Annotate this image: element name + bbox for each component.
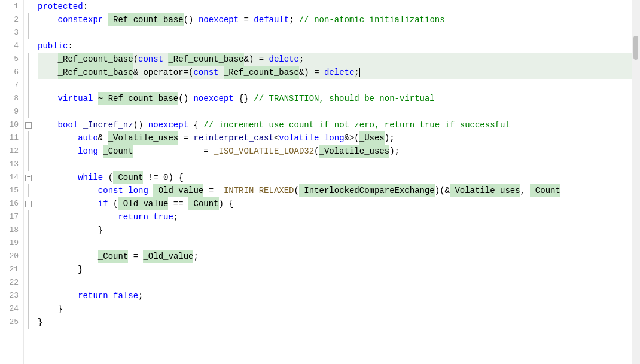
token-kw: long (128, 184, 148, 197)
line-number: 18 (9, 224, 19, 237)
code-line[interactable]: return true; (38, 210, 632, 224)
token-plain: {} (234, 92, 254, 105)
token-plain (38, 66, 58, 79)
code-line[interactable]: const long _Old_value = _INTRIN_RELAXED(… (38, 184, 632, 197)
indent-line (28, 237, 29, 250)
token-kw: noexcept (199, 13, 239, 26)
code-line[interactable]: bool _Incref_nz() noexcept { // incremen… (38, 118, 632, 131)
token-hl-ident: _Ref_count_base (58, 66, 133, 79)
indent-line (28, 53, 29, 66)
token-kw: delete (324, 66, 354, 79)
collapse-gutter-item[interactable]: − (24, 118, 33, 131)
token-plain: ( (133, 53, 138, 66)
code-line[interactable] (38, 237, 632, 250)
collapse-gutter-item (24, 289, 33, 302)
code-line[interactable]: _Ref_count_base(const _Ref_count_base&) … (38, 53, 632, 66)
token-kw: const (193, 66, 218, 79)
token-hl-ident: _Old_value (153, 184, 203, 197)
token-hl-ident: _Volatile_uses (319, 145, 390, 158)
token-plain (38, 184, 98, 197)
collapse-gutter-item (24, 224, 33, 237)
collapse-gutter-item (24, 210, 33, 224)
token-kw: if (98, 197, 108, 210)
token-kw: while (78, 171, 103, 184)
token-hl-ident: _Count (103, 145, 133, 158)
code-line[interactable] (38, 79, 632, 92)
code-line[interactable] (38, 276, 632, 289)
line-number: 25 (9, 316, 19, 329)
token-plain (38, 197, 98, 210)
token-fn: _Incref_nz (83, 118, 133, 131)
indent-line (28, 289, 29, 302)
code-line[interactable]: while (_Count != 0) { (38, 171, 632, 184)
code-line[interactable] (38, 26, 632, 39)
token-plain (108, 289, 113, 302)
code-line[interactable] (38, 158, 632, 171)
code-line[interactable]: return false; (38, 289, 632, 302)
scrollbar-thumb[interactable] (633, 36, 638, 60)
scrollbar[interactable] (632, 0, 640, 364)
token-plain (78, 118, 83, 131)
token-plain (148, 184, 153, 197)
code-line[interactable] (38, 105, 632, 118)
token-plain: () (184, 13, 199, 26)
code-line[interactable]: } (38, 302, 632, 316)
code-line[interactable]: constexpr _Ref_count_base() noexcept = d… (38, 13, 632, 26)
collapse-gutter-item (24, 276, 33, 289)
token-kw: const (138, 53, 163, 66)
indent-line (28, 26, 29, 39)
token-plain: ( (108, 197, 118, 210)
collapse-gutter-item[interactable]: − (24, 171, 33, 184)
code-line[interactable]: auto& _Volatile_uses = reinterpret_cast<… (38, 131, 632, 145)
token-plain: } (38, 316, 42, 329)
collapse-gutter-item[interactable]: − (24, 197, 33, 210)
collapse-gutter-item (24, 66, 33, 79)
line-number: 10 (9, 118, 19, 131)
line-number: 20 (9, 250, 19, 263)
token-macro: _INTRIN_RELAXED (219, 184, 294, 197)
token-plain: ); (389, 145, 400, 158)
collapse-button[interactable]: − (25, 122, 32, 129)
token-plain (38, 210, 118, 224)
token-plain: &) = (244, 53, 269, 66)
line-number: 4 (14, 39, 19, 53)
indent-line (28, 210, 29, 224)
token-plain (93, 92, 97, 105)
line-number: 8 (14, 92, 19, 105)
indent-line (28, 131, 29, 145)
code-line[interactable]: long _Count = _ISO_VOLATILE_LOAD32(_Vola… (38, 145, 632, 158)
collapse-gutter-item (24, 158, 33, 171)
code-line[interactable]: virtual ~_Ref_count_base() noexcept {} /… (38, 92, 632, 105)
code-line[interactable]: _Ref_count_base& operator=(const _Ref_co… (38, 66, 632, 79)
code-line[interactable]: _Count = _Old_value; (38, 250, 632, 263)
collapse-button[interactable]: − (25, 201, 32, 207)
code-line[interactable]: protected: (38, 0, 632, 13)
collapse-gutter-item (24, 13, 33, 26)
token-kw: true (153, 210, 173, 224)
token-plain (38, 250, 98, 263)
line-number: 16 (9, 197, 19, 210)
collapse-gutter[interactable]: −−− (24, 0, 33, 364)
token-plain: = (133, 145, 214, 158)
line-numbers: 1234567891011121314151617181920212223242… (0, 0, 24, 364)
token-plain: == (168, 197, 188, 210)
collapse-gutter-item (24, 26, 33, 39)
indent-line (28, 250, 29, 263)
token-plain: } (38, 263, 83, 276)
token-plain (38, 145, 78, 158)
token-plain (38, 171, 78, 184)
code-line[interactable]: } (38, 224, 632, 237)
code-line[interactable]: } (38, 263, 632, 276)
collapse-button[interactable]: − (25, 175, 32, 181)
code-line[interactable]: } (38, 316, 632, 329)
token-plain (98, 145, 103, 158)
token-plain: ); (385, 131, 395, 145)
token-plain: ; (299, 53, 304, 66)
token-hl-ident: _Volatile_uses (108, 131, 179, 145)
code-area[interactable]: protected: constexpr _Ref_count_base() n… (33, 0, 632, 364)
token-plain: < (274, 131, 279, 145)
code-line[interactable]: if (_Old_value == _Count) { (38, 197, 632, 210)
code-line[interactable]: public: (38, 39, 632, 53)
token-hl-ident: _Count (98, 250, 128, 263)
token-hl-ident: _Ref_count_base (108, 13, 184, 26)
